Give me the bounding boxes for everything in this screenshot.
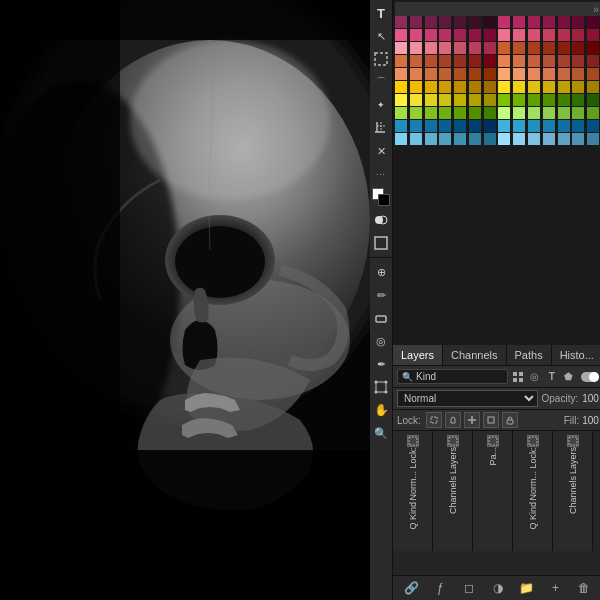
lock-all-btn[interactable] <box>502 412 518 428</box>
color-swatch[interactable] <box>543 29 555 41</box>
color-swatch[interactable] <box>454 16 466 28</box>
color-swatch[interactable] <box>572 94 584 106</box>
color-swatch[interactable] <box>410 16 422 28</box>
color-swatch[interactable] <box>543 68 555 80</box>
visibility-check-1[interactable] <box>407 435 419 447</box>
color-swatch[interactable] <box>439 42 451 54</box>
color-swatch[interactable] <box>439 55 451 67</box>
color-swatch[interactable] <box>484 16 496 28</box>
color-swatch[interactable] <box>587 120 599 132</box>
color-swatch[interactable] <box>587 133 599 145</box>
color-swatch[interactable] <box>395 29 407 41</box>
tab-layers[interactable]: Layers <box>393 345 443 365</box>
color-swatch[interactable] <box>454 29 466 41</box>
color-swatch[interactable] <box>410 29 422 41</box>
color-swatch[interactable] <box>425 16 437 28</box>
color-swatch[interactable] <box>395 94 407 106</box>
shape-filter-icon[interactable]: ⬟ <box>562 370 576 384</box>
color-swatch[interactable] <box>454 94 466 106</box>
color-swatch[interactable] <box>498 81 510 93</box>
color-swatch[interactable] <box>543 16 555 28</box>
eraser-tool[interactable] <box>370 307 392 329</box>
dodge-burn-tool[interactable]: ◎ <box>370 330 392 352</box>
color-swatch[interactable] <box>572 29 584 41</box>
color-swatch[interactable] <box>395 81 407 93</box>
color-swatch[interactable] <box>425 94 437 106</box>
color-swatch[interactable] <box>572 107 584 119</box>
color-swatch[interactable] <box>498 133 510 145</box>
color-swatch[interactable] <box>528 81 540 93</box>
color-swatch[interactable] <box>498 16 510 28</box>
color-swatch[interactable] <box>498 94 510 106</box>
more-tools[interactable]: ··· <box>370 163 392 185</box>
color-swatch[interactable] <box>439 68 451 80</box>
visibility-check-5[interactable] <box>567 435 579 447</box>
color-swatch[interactable] <box>558 68 570 80</box>
color-swatch[interactable] <box>513 81 525 93</box>
color-swatch[interactable] <box>439 107 451 119</box>
color-swatch[interactable] <box>425 55 437 67</box>
color-swatch[interactable] <box>410 42 422 54</box>
visibility-check-2[interactable] <box>447 435 459 447</box>
zoom-tool[interactable]: 🔍 <box>370 422 392 444</box>
color-swatch[interactable] <box>439 81 451 93</box>
fill-value[interactable]: 100 <box>582 415 599 426</box>
color-swatch[interactable] <box>395 42 407 54</box>
color-swatch[interactable] <box>484 94 496 106</box>
filter-toggle[interactable] <box>581 372 599 382</box>
color-swatch[interactable] <box>469 107 481 119</box>
color-swatch[interactable] <box>543 42 555 54</box>
text-tool[interactable]: T <box>370 2 392 24</box>
color-swatch[interactable] <box>498 68 510 80</box>
color-swatch[interactable] <box>587 42 599 54</box>
color-swatch[interactable] <box>558 94 570 106</box>
color-swatch[interactable] <box>528 107 540 119</box>
screen-mode[interactable] <box>370 232 392 254</box>
color-swatch[interactable] <box>425 120 437 132</box>
type-filter-icon[interactable]: T <box>545 370 559 384</box>
add-mask-btn[interactable]: ◻ <box>461 580 477 596</box>
mini-panel-5[interactable]: Layers Channels <box>553 431 593 551</box>
color-swatch[interactable] <box>484 133 496 145</box>
color-swatch[interactable] <box>543 133 555 145</box>
color-swatch[interactable] <box>395 133 407 145</box>
magic-wand-tool[interactable]: ✦ <box>370 94 392 116</box>
color-swatch[interactable] <box>558 81 570 93</box>
color-swatch[interactable] <box>587 68 599 80</box>
color-swatch[interactable] <box>454 42 466 54</box>
color-swatch[interactable] <box>410 81 422 93</box>
color-swatch[interactable] <box>469 81 481 93</box>
color-swatch[interactable] <box>558 133 570 145</box>
color-swatch[interactable] <box>572 81 584 93</box>
color-swatch[interactable] <box>543 81 555 93</box>
mini-panel-3[interactable]: Pa... <box>473 431 513 551</box>
color-swatch[interactable] <box>484 120 496 132</box>
color-swatch[interactable] <box>454 107 466 119</box>
color-swatch[interactable] <box>410 94 422 106</box>
color-swatch[interactable] <box>513 107 525 119</box>
color-swatch[interactable] <box>587 16 599 28</box>
color-swatch[interactable] <box>558 120 570 132</box>
blend-mode-select[interactable]: NormalDissolveDarkenMultiplyColor BurnLi… <box>397 390 538 407</box>
visibility-check-3[interactable] <box>487 435 499 447</box>
tab-paths[interactable]: Paths <box>507 345 552 365</box>
color-swatch[interactable] <box>454 120 466 132</box>
color-swatch[interactable] <box>469 42 481 54</box>
color-swatch[interactable] <box>395 16 407 28</box>
color-swatch[interactable] <box>425 81 437 93</box>
lock-artboard-btn[interactable] <box>483 412 499 428</box>
color-swatch[interactable] <box>528 29 540 41</box>
color-swatch[interactable] <box>425 133 437 145</box>
color-swatch[interactable] <box>513 120 525 132</box>
new-layer-btn[interactable]: + <box>548 580 564 596</box>
opacity-value[interactable]: 100 <box>582 393 599 404</box>
color-swatch[interactable] <box>528 133 540 145</box>
spot-heal-tool[interactable]: ⊕ <box>370 261 392 283</box>
color-swatch[interactable] <box>425 68 437 80</box>
tab-channels[interactable]: Channels <box>443 345 506 365</box>
visibility-check-4[interactable] <box>527 435 539 447</box>
color-swatch[interactable] <box>528 120 540 132</box>
color-swatch[interactable] <box>484 107 496 119</box>
color-swatch[interactable] <box>558 16 570 28</box>
brush-tool[interactable]: ✏ <box>370 284 392 306</box>
